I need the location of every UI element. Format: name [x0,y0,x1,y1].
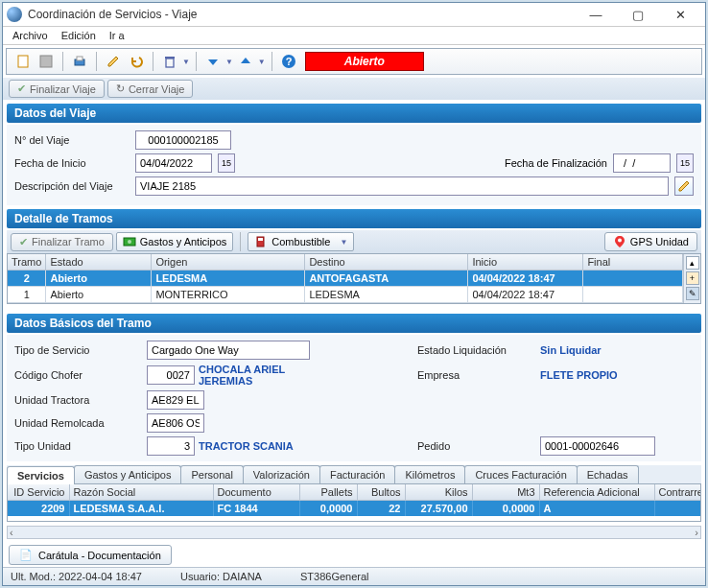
svg-rect-11 [258,238,263,241]
fecha-inicio-input[interactable] [135,153,212,173]
tab-valorizacion[interactable]: Valorización [243,465,320,483]
menu-archivo[interactable]: Archivo [12,30,48,41]
col-inicio[interactable]: Inicio [468,254,583,270]
maximize-button[interactable]: ▢ [617,3,659,26]
chofer-name: CHOCALA ARIEL JEREMIAS [199,364,329,387]
h-scrollbar[interactable]: ‹› [7,526,701,539]
col-razon[interactable]: Razón Social [69,484,213,501]
calendar-icon[interactable]: 15 [676,153,694,173]
servicios-grid: ID Servicio Razón Social Documento Palle… [7,484,701,522]
tipo-servicio-input[interactable] [147,341,310,360]
status-misc: ST386General [300,571,369,582]
tab-gastos[interactable]: Gastos y Anticipos [74,465,182,483]
col-final[interactable]: Final [583,254,683,270]
pedido-label: Pedido [417,440,532,452]
tab-echadas[interactable]: Echadas [577,465,639,483]
finalizar-viaje-button[interactable]: ✔Finalizar Viaje [9,80,105,98]
undo-icon[interactable] [126,51,147,72]
remolcada-input[interactable] [147,413,204,433]
minimize-button[interactable]: — [575,3,617,26]
tab-servicios[interactable]: Servicios [7,466,75,484]
tab-km[interactable]: Kilómetros [394,465,465,483]
col-estado[interactable]: Estado [46,254,152,270]
calendar-icon[interactable]: 15 [218,153,235,173]
section-detalle-tramos: Detalle de Tramos [7,209,701,228]
check-icon: ✔ [19,236,28,248]
col-idservicio[interactable]: ID Servicio [8,484,69,501]
col-contra[interactable]: Contrarremb [654,484,701,501]
up-icon[interactable] [235,51,256,72]
tab-cruces[interactable]: Cruces Facturación [464,465,577,483]
svg-rect-5 [165,57,175,59]
svg-point-12 [618,239,622,243]
fecha-fin-label: Fecha de Finalización [505,157,607,169]
finalizar-tramo-button[interactable]: ✔Finalizar Tramo [11,233,113,251]
tab-personal[interactable]: Personal [180,465,243,483]
fecha-inicio-label: Fecha de Inicio [14,157,130,169]
empresa-value: FLETE PROPIO [540,369,694,381]
action-ribbon: ✔Finalizar Viaje ↻Cerrar Viaje [3,78,705,100]
table-row[interactable]: 2AbiertoLEDESMAANTOFAGASTA04/04/2022 18:… [8,270,683,287]
col-pallets[interactable]: Pallets [299,484,357,501]
print-icon[interactable] [69,51,90,72]
scroll-left-icon[interactable]: ‹ [10,527,13,538]
cerrar-viaje-button[interactable]: ↻Cerrar Viaje [107,80,194,98]
tractora-label: Unidad Tractora [14,394,139,406]
refresh-icon: ↻ [116,82,125,95]
fecha-fin-input[interactable] [613,153,671,173]
save-icon[interactable] [35,51,57,72]
new-icon[interactable] [12,51,34,72]
chofer-code-input[interactable] [147,365,195,385]
close-button[interactable]: ✕ [659,3,701,26]
tab-facturacion[interactable]: Facturación [319,465,395,483]
empresa-label: Empresa [417,369,532,381]
col-doc[interactable]: Documento [213,484,299,501]
gastos-button[interactable]: Gastos y Anticipos [116,232,234,251]
svg-rect-4 [166,59,174,67]
menu-edicion[interactable]: Edición [61,30,96,41]
caratula-bar: 📄Carátula - Documentación [9,545,699,565]
svg-rect-1 [40,56,52,67]
edit-row-icon[interactable]: ✎ [686,287,699,300]
remolcada-label: Unidad Remolcada [14,417,139,429]
down-icon[interactable] [202,51,224,72]
tipo-unidad-code-input[interactable] [147,436,195,456]
main-toolbar: ▼ ▼ ▼ ? Abierto [6,48,702,75]
status-mod: Ult. Mod.: 2022-04-04 18:47 [11,571,142,582]
edit-desc-icon[interactable] [674,176,694,196]
edit-icon[interactable] [103,51,124,72]
col-mt3[interactable]: Mt3 [472,484,539,501]
table-row[interactable]: 2209 LEDESMA S.A.A.I. FC 1844 0,0000 22 … [8,501,701,517]
col-origen[interactable]: Origen [152,254,305,270]
viaje-form: N° del Viaje Fecha de Inicio 15 Fecha de… [7,125,701,205]
section-basicos-tramo: Datos Básicos del Tramo [7,314,701,333]
num-viaje-input[interactable] [135,130,231,150]
tractora-input[interactable] [147,390,204,410]
col-kilos[interactable]: Kilos [405,484,472,501]
table-row[interactable]: 1AbiertoMONTERRICOLEDESMA04/04/2022 18:4… [8,287,683,303]
help-icon[interactable]: ? [278,51,299,72]
col-ref[interactable]: Referencia Adicional [539,484,654,501]
detail-tabs: Servicios Gastos y Anticipos Personal Va… [7,465,701,484]
estado-liq-label: Estado Liquidación [417,344,532,356]
chofer-label: Código Chofer [14,369,139,381]
combustible-button[interactable]: Combustible▼ [248,232,354,251]
app-window: Coordinación de Servicios - Viaje — ▢ ✕ … [2,2,706,586]
col-destino[interactable]: Destino [305,254,468,270]
caratula-button[interactable]: 📄Carátula - Documentación [9,545,172,565]
app-icon [7,7,22,22]
menu-ira[interactable]: Ir a [109,30,125,41]
delete-icon[interactable] [159,51,180,72]
gps-button[interactable]: GPS Unidad [604,232,697,251]
pedido-input[interactable] [540,436,655,456]
col-tramo[interactable]: Tramo [8,254,46,270]
grid-sidebar: ▴ + ✎ [683,254,700,303]
descripcion-input[interactable] [135,176,669,196]
fuel-icon [254,235,268,248]
scroll-up-icon[interactable]: ▴ [686,256,699,270]
scroll-right-icon[interactable]: › [695,527,698,538]
section-datos-viaje: Datos del Viaje [7,104,701,123]
tramos-grid: Tramo Estado Origen Destino Inicio Final… [7,253,701,304]
add-row-icon[interactable]: + [686,271,699,285]
col-bultos[interactable]: Bultos [357,484,405,501]
